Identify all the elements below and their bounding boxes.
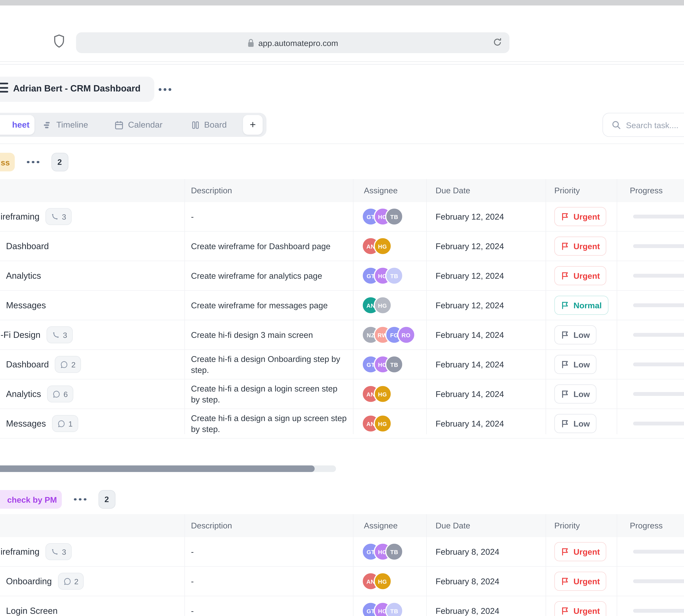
assignee-group: ANHG — [362, 567, 391, 596]
due-date[interactable]: February 8, 2024 — [436, 567, 499, 596]
scrollbar-thumb[interactable] — [0, 465, 315, 472]
priority-flag-icon — [561, 242, 569, 250]
task-name[interactable]: Messages — [6, 419, 46, 428]
title-more-button[interactable] — [159, 88, 171, 91]
col-due-date[interactable]: Due Date — [436, 185, 470, 195]
tab-sheet-label: heet — [12, 120, 30, 130]
col-description[interactable]: Description — [191, 521, 232, 530]
priority-badge[interactable]: Urgent — [554, 572, 607, 591]
menu-icon[interactable] — [0, 83, 8, 96]
horizontal-scrollbar[interactable] — [0, 465, 336, 472]
col-assignee[interactable]: Assignee — [364, 185, 398, 195]
progress-bar — [633, 362, 684, 366]
priority-flag-icon — [561, 213, 569, 221]
col-assignee[interactable]: Assignee — [364, 521, 398, 530]
task-name[interactable]: Onboarding — [6, 576, 52, 586]
col-priority[interactable]: Priority — [554, 185, 580, 195]
due-date[interactable]: February 14, 2024 — [436, 320, 504, 349]
call-count-badge[interactable]: 3 — [46, 326, 73, 343]
priority-label: Normal — [573, 301, 602, 310]
task-name[interactable]: Dashboard — [6, 241, 49, 251]
task-name-cell: Dashboard — [6, 232, 49, 261]
col-progress[interactable]: Progress — [630, 521, 663, 530]
priority-badge[interactable]: Urgent — [554, 266, 607, 285]
due-date[interactable]: February 14, 2024 — [436, 379, 504, 409]
due-date[interactable]: February 12, 2024 — [436, 261, 504, 290]
priority-badge[interactable]: Urgent — [554, 237, 607, 256]
tab-board[interactable]: Board — [191, 115, 227, 135]
task-description[interactable]: Create wireframe for messages page — [191, 291, 347, 320]
shield-icon[interactable] — [53, 34, 65, 50]
call-count-badge[interactable]: 3 — [46, 543, 72, 560]
comment-count-badge[interactable]: 2 — [55, 356, 81, 373]
due-date[interactable]: February 12, 2024 — [436, 232, 504, 261]
priority-badge[interactable]: Low — [554, 325, 596, 345]
task-description[interactable]: Create hi-fi a design a sign up screen s… — [191, 409, 347, 438]
task-description[interactable]: - — [191, 537, 347, 566]
progress-cell: 100% — [633, 261, 684, 290]
due-date[interactable]: February 12, 2024 — [436, 291, 504, 320]
task-description[interactable]: Create hi-fi design 3 main screen — [191, 320, 347, 349]
task-name[interactable]: Analytics — [6, 389, 41, 399]
due-date[interactable]: February 8, 2024 — [436, 537, 499, 566]
assignee-avatar[interactable]: TB — [385, 355, 403, 373]
table-row: Onboarding2 - ANHG February 8, 2024 Urge… — [0, 567, 684, 596]
task-description[interactable]: - — [191, 567, 347, 596]
col-priority[interactable]: Priority — [554, 521, 580, 530]
column-divider — [617, 514, 617, 616]
col-progress[interactable]: Progress — [630, 185, 663, 195]
group-more-button[interactable] — [74, 498, 86, 501]
assignee-avatar[interactable]: TB — [385, 543, 403, 561]
group-more-button[interactable] — [27, 161, 39, 163]
table-header: Description Assignee Due Date Priority P… — [0, 514, 684, 537]
task-description[interactable]: Create wireframe for analytics page — [191, 261, 347, 290]
task-description[interactable]: Create hi-fi a design a login screen ste… — [191, 379, 347, 409]
priority-badge[interactable]: Urgent — [554, 542, 607, 561]
group-status-badge[interactable]: check by PM — [0, 490, 62, 509]
call-icon — [51, 213, 59, 220]
priority-badge[interactable]: Urgent — [554, 601, 607, 616]
col-due-date[interactable]: Due Date — [436, 521, 470, 530]
task-description[interactable]: - — [191, 596, 347, 616]
priority-flag-icon — [561, 331, 569, 339]
task-name[interactable]: Messages — [6, 300, 46, 310]
due-date[interactable]: February 14, 2024 — [436, 409, 504, 438]
priority-badge[interactable]: Urgent — [554, 207, 607, 226]
call-count-badge[interactable]: 3 — [46, 208, 72, 225]
task-description[interactable]: - — [191, 202, 347, 231]
priority-badge[interactable]: Normal — [554, 296, 608, 315]
tab-timeline[interactable]: Timeline — [43, 115, 88, 135]
priority-flag-icon — [561, 419, 569, 427]
tab-sheet[interactable]: heet — [0, 115, 35, 135]
task-name[interactable]: Analytics — [6, 271, 41, 281]
add-view-button[interactable]: + — [243, 115, 263, 135]
search-input[interactable]: Search task.... — [602, 113, 684, 137]
view-tabs: heet Timeline Calendar Board + — [0, 113, 267, 137]
due-date[interactable]: February 8, 2024 — [436, 596, 499, 616]
due-date[interactable]: February 12, 2024 — [436, 202, 504, 231]
assignee-avatar[interactable]: TB — [385, 207, 403, 226]
assignee-group: GTHGTB — [362, 596, 403, 616]
comment-count-badge[interactable]: 2 — [58, 573, 84, 590]
comment-count-badge[interactable]: 6 — [47, 386, 73, 402]
comment-count-badge[interactable]: 1 — [52, 415, 78, 432]
priority-badge[interactable]: Low — [554, 414, 596, 433]
task-name[interactable]: ireframing — [1, 212, 40, 221]
task-description[interactable]: Create hi-fi a design Onboarding step by… — [191, 350, 347, 379]
col-description[interactable]: Description — [191, 185, 232, 195]
task-description[interactable]: Create wireframe for Dashboard page — [191, 232, 347, 261]
tab-calendar[interactable]: Calendar — [114, 115, 162, 135]
due-date[interactable]: February 14, 2024 — [436, 350, 504, 379]
priority-badge[interactable]: Low — [554, 355, 596, 374]
url-bar[interactable]: app.automatepro.com — [76, 32, 509, 53]
browser-chrome: app.automatepro.com — [0, 5, 684, 62]
assignee-avatar[interactable]: TB — [385, 267, 403, 285]
priority-badge[interactable]: Low — [554, 384, 596, 403]
task-name[interactable]: -Fi Design — [1, 330, 41, 340]
task-name[interactable]: Dashboard — [6, 359, 49, 369]
task-name[interactable]: Login Screen — [6, 606, 58, 616]
reload-icon[interactable] — [492, 37, 503, 50]
group-status-badge[interactable]: ss — [0, 153, 15, 171]
assignee-group: GTHGTB — [362, 350, 403, 379]
task-name[interactable]: ireframing — [1, 547, 40, 556]
